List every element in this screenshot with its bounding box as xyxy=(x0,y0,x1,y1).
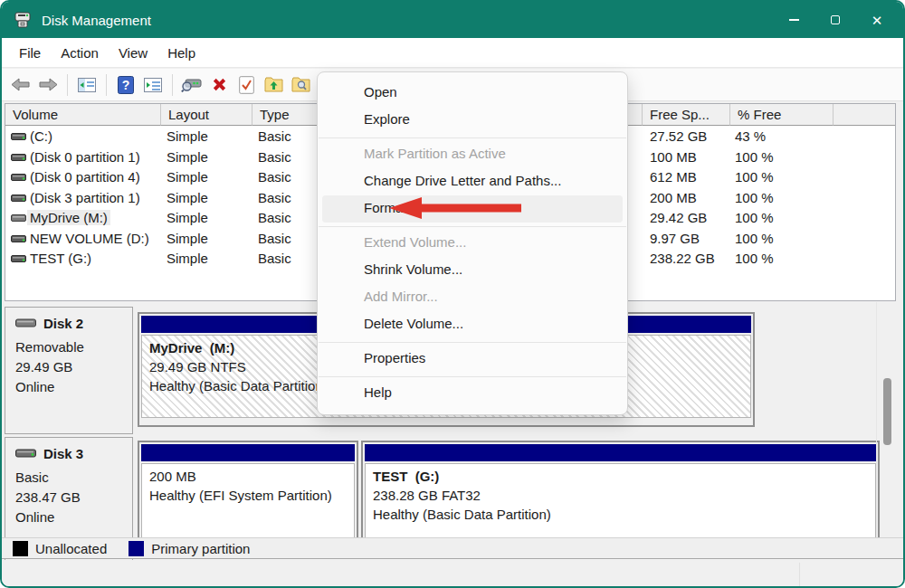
rescan-disks-button[interactable] xyxy=(179,72,205,98)
menu-action[interactable]: Action xyxy=(51,41,109,65)
primary-partition-swatch xyxy=(129,541,144,556)
action-pane-icon xyxy=(144,78,162,92)
delete-button[interactable] xyxy=(206,72,232,98)
menu-item-shrink-volume[interactable]: Shrink Volume... xyxy=(322,257,623,284)
action-pane-button[interactable] xyxy=(140,72,166,98)
menu-item-delete-volume[interactable]: Delete Volume... xyxy=(322,311,623,338)
delete-icon xyxy=(211,76,228,93)
volume-pct-free: 100 % xyxy=(735,190,774,205)
menu-item-open[interactable]: Open xyxy=(322,80,623,107)
column-header-free-space[interactable]: Free Sp... xyxy=(643,104,730,126)
minimize-icon xyxy=(789,19,799,21)
forward-button[interactable] xyxy=(35,72,61,98)
partition-size: 238.28 GB FAT32 xyxy=(373,486,868,505)
primary-partition-colorbar xyxy=(365,444,876,461)
properties-check-icon xyxy=(239,76,254,94)
volume-free-space: 27.52 GB xyxy=(650,128,707,144)
console-tree-button[interactable] xyxy=(74,72,100,98)
svg-text:?: ? xyxy=(122,78,130,92)
toolbar-separator xyxy=(67,74,68,96)
column-header-blank[interactable] xyxy=(834,104,895,126)
column-header-type[interactable]: Type xyxy=(252,104,322,126)
menu-item-properties[interactable]: Properties xyxy=(322,346,623,373)
app-icon xyxy=(13,12,33,28)
menu-item-help[interactable]: Help xyxy=(322,380,623,407)
volume-pct-free: 100 % xyxy=(735,169,774,185)
volume-type: Basic xyxy=(258,251,291,266)
legend-unallocated-label: Unallocated xyxy=(35,541,107,556)
volume-name: (Disk 0 partition 1) xyxy=(30,149,140,165)
volume-layout: Simple xyxy=(167,210,208,225)
disk-status: Online xyxy=(15,507,132,527)
menu-separator xyxy=(319,138,626,138)
properties-check-button[interactable] xyxy=(233,72,259,98)
partition-status: Healthy (Basic Data Partition) xyxy=(373,505,868,524)
folder-up-button[interactable] xyxy=(261,72,286,98)
legend-bar: Unallocated Primary partition xyxy=(2,537,903,559)
title-bar: Disk Management ✕ xyxy=(2,2,903,38)
minimize-button[interactable] xyxy=(773,2,814,38)
volume-name: TEST (G:) xyxy=(30,251,91,266)
volume-name: (Disk 0 partition 4) xyxy=(30,169,140,185)
back-icon xyxy=(11,78,31,91)
volume-pct-free: 100 % xyxy=(735,231,774,246)
volume-type: Basic xyxy=(258,149,291,165)
volume-layout: Simple xyxy=(167,169,208,185)
volume-layout: Simple xyxy=(167,128,208,144)
disk-status: Online xyxy=(15,377,132,397)
disk-management-window: Disk Management ✕ File Action View Help xyxy=(0,0,905,588)
disk-size: 238.47 GB xyxy=(15,488,132,507)
maximize-button[interactable] xyxy=(814,2,856,38)
volume-layout: Simple xyxy=(167,231,208,246)
rescan-disks-icon xyxy=(181,77,203,92)
folder-search-icon xyxy=(291,77,310,93)
scrollbar-thumb[interactable] xyxy=(883,378,891,445)
menu-bar: File Action View Help xyxy=(2,38,903,68)
volume-type: Basic xyxy=(258,128,291,144)
menu-item-explore[interactable]: Explore xyxy=(322,107,623,134)
volume-layout: Simple xyxy=(167,149,208,165)
scrollbar-track xyxy=(876,302,877,537)
toolbar-separator xyxy=(172,74,173,96)
window-title: Disk Management xyxy=(42,13,151,28)
volume-layout: Simple xyxy=(167,251,208,266)
volume-free-space: 238.22 GB xyxy=(650,251,715,266)
drive-icon xyxy=(11,132,27,142)
toolbar-separator xyxy=(106,74,107,96)
drive-icon xyxy=(11,254,27,264)
back-button[interactable] xyxy=(8,72,33,98)
folder-search-button[interactable] xyxy=(288,72,313,98)
volume-free-space: 612 MB xyxy=(650,169,697,185)
volume-name: MyDrive (M:) xyxy=(27,210,110,225)
volume-free-space: 100 MB xyxy=(650,149,697,165)
help-button[interactable]: ? xyxy=(113,72,138,98)
column-header-layout[interactable]: Layout xyxy=(161,104,252,126)
volume-pct-free: 43 % xyxy=(735,128,766,144)
volume-name: (C:) xyxy=(30,128,52,144)
volume-name: (Disk 3 partition 1) xyxy=(30,190,140,205)
drive-icon xyxy=(11,194,27,204)
disk-size: 29.49 GB xyxy=(15,357,132,377)
unallocated-swatch xyxy=(13,541,28,556)
volume-name: NEW VOLUME (D:) xyxy=(30,231,149,246)
menu-help[interactable]: Help xyxy=(157,41,205,65)
disk-kind: Removable xyxy=(15,337,132,357)
drive-icon xyxy=(11,213,27,223)
menu-separator xyxy=(319,376,626,377)
volume-type: Basic xyxy=(258,190,291,205)
volume-type: Basic xyxy=(258,210,291,225)
maximize-icon xyxy=(831,15,840,24)
volume-type: Basic xyxy=(258,231,291,246)
close-button[interactable]: ✕ xyxy=(856,2,898,38)
column-header-volume[interactable]: Volume xyxy=(5,104,161,126)
column-header-pct-free[interactable]: % Free xyxy=(730,104,834,126)
disk2-info-panel[interactable]: Disk 2 Removable 29.49 GB Online xyxy=(5,307,133,434)
menu-file[interactable]: File xyxy=(9,41,51,65)
close-icon: ✕ xyxy=(872,14,883,27)
menu-separator xyxy=(319,342,626,343)
drive-icon xyxy=(11,153,27,163)
drive-icon xyxy=(11,234,27,244)
disk-icon xyxy=(15,448,37,460)
menu-item-change-drive-letter[interactable]: Change Drive Letter and Paths... xyxy=(322,168,623,195)
menu-view[interactable]: View xyxy=(109,41,157,65)
